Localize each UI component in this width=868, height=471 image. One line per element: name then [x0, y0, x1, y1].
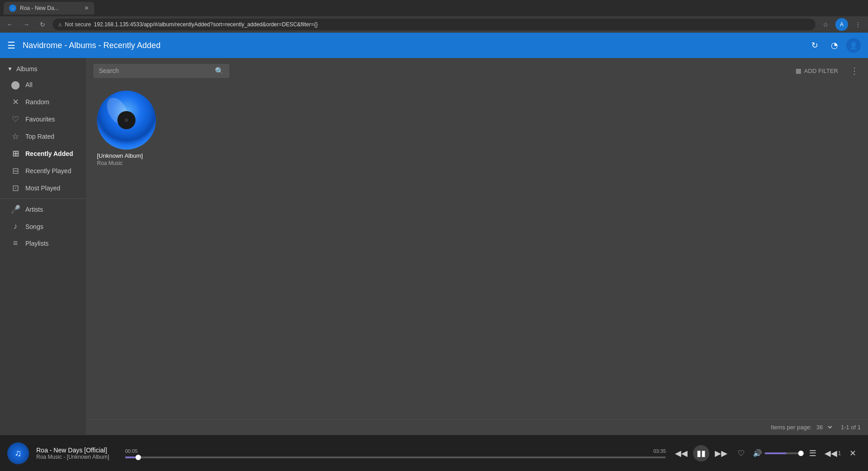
volume-fill: [765, 452, 786, 454]
filter-icon: ▦: [795, 67, 801, 74]
album-card[interactable]: [Unknown Album] Roa Music: [97, 91, 160, 166]
add-filter-button[interactable]: ▦ ADD FILTER: [791, 64, 843, 77]
app: ☰ Navidrome - Albums - Recently Added ↻ …: [0, 33, 868, 471]
pagination: Items per page: 36 50 100 1-1 of 1: [86, 419, 868, 435]
browser-tab[interactable]: ♪ Roa - New Da... ✕: [4, 2, 94, 15]
player-song-title: Roa - New Days [Official]: [36, 447, 118, 454]
sidebar-item-favourites[interactable]: ♡ Favourites: [0, 111, 86, 128]
queue-button[interactable]: ☰: [805, 445, 821, 461]
pause-button[interactable]: ▮▮: [693, 445, 709, 461]
nav-refresh-button[interactable]: ↻: [36, 18, 49, 31]
album-artist: Roa Music: [97, 160, 156, 166]
next-button[interactable]: ▶▶: [713, 445, 729, 461]
address-text: 192.168.1.135:4533/app/#/album/recentlyA…: [94, 21, 318, 28]
sidebar-item-random[interactable]: ✕ Random: [0, 93, 86, 111]
sidebar-item-most-played[interactable]: ⊡ Most Played: [0, 180, 86, 197]
sidebar-item-top-rated[interactable]: ☆ Top Rated: [0, 128, 86, 145]
sidebar-item-label: Artists: [25, 206, 43, 213]
favourite-button[interactable]: ♡: [733, 445, 749, 461]
heart-icon: ♡: [11, 114, 20, 124]
app-header: ☰ Navidrome - Albums - Recently Added ↻ …: [0, 33, 868, 58]
playlist-icon: ◀◀: [824, 448, 837, 458]
player-thumb-icon: ♫: [15, 448, 22, 458]
sidebar-section-label: Albums: [16, 65, 38, 73]
bookmark-button[interactable]: ☆: [819, 18, 832, 31]
sidebar: ▼ Albums ⬤ All ✕ Random ♡ Favourites ☆ T…: [0, 58, 86, 435]
user-avatar[interactable]: 👤: [846, 38, 861, 53]
microphone-icon: 🎤: [11, 204, 20, 214]
sidebar-item-songs[interactable]: ♪ Songs: [0, 218, 86, 235]
vinyl-center: [117, 111, 136, 129]
main-toolbar: 🔍 ▦ ADD FILTER ⋮: [86, 58, 868, 83]
progress-fill: [125, 456, 138, 458]
address-bar[interactable]: ⚠ Not secure 192.168.1.135:4533/app/#/al…: [53, 19, 815, 30]
sidebar-divider: [0, 199, 86, 199]
chevron-down-icon: ▼: [7, 66, 13, 72]
profile-button[interactable]: A: [835, 18, 848, 31]
sidebar-item-label: All: [25, 81, 33, 88]
previous-button[interactable]: ◀◀: [673, 445, 689, 461]
nav-forward-button[interactable]: →: [20, 18, 33, 31]
security-label: Not secure: [65, 21, 91, 28]
random-icon: ✕: [11, 97, 20, 107]
playlist-button[interactable]: ◀◀ 1: [824, 445, 841, 461]
refresh-button[interactable]: ↻: [806, 37, 823, 53]
recently-added-icon: ⊞: [11, 149, 20, 159]
sidebar-item-all[interactable]: ⬤ All: [0, 76, 86, 93]
sidebar-item-label: Playlists: [25, 240, 48, 247]
hamburger-menu-icon[interactable]: ☰: [7, 40, 15, 51]
album-cover: [97, 91, 156, 150]
close-button[interactable]: ✕: [844, 445, 861, 461]
avatar-icon: 👤: [849, 41, 858, 50]
album-vinyl: [97, 91, 156, 150]
playlist-icon: ≡: [11, 238, 20, 248]
progress-bar[interactable]: [125, 456, 666, 458]
browser-nav: ← → ↻ ⚠ Not secure 192.168.1.135:4533/ap…: [0, 16, 868, 33]
player-info: Roa - New Days [Official] Roa Music - [U…: [36, 447, 118, 460]
player-controls: ◀◀ ▮▮ ▶▶ ♡ 🔊 ☰ ◀◀ 1 ✕: [673, 445, 861, 461]
sidebar-item-label: Songs: [25, 223, 44, 230]
star-icon: ☆: [11, 131, 20, 141]
vinyl-hole: [125, 118, 128, 122]
sidebar-item-recently-added[interactable]: ⊞ Recently Added: [0, 145, 86, 162]
album-title: [Unknown Album]: [97, 152, 156, 159]
more-options-button[interactable]: ⋮: [848, 63, 861, 78]
all-icon: ⬤: [11, 80, 20, 90]
sidebar-item-label: Random: [25, 98, 49, 106]
player-song-subtitle: Roa Music - [Unknown Album]: [36, 454, 118, 460]
content-area: ▼ Albums ⬤ All ✕ Random ♡ Favourites ☆ T…: [0, 58, 868, 435]
player-progress: 00:05 03:35: [125, 448, 666, 458]
header-actions: ↻ ◔ 👤: [806, 37, 861, 53]
menu-button[interactable]: ⋮: [852, 18, 864, 31]
volume-thumb: [798, 451, 804, 456]
add-filter-label: ADD FILTER: [804, 68, 838, 74]
player-album-thumbnail: ♫: [7, 442, 29, 464]
sidebar-item-recently-played[interactable]: ⊟ Recently Played: [0, 162, 86, 180]
pagination-range: 1-1 of 1: [841, 424, 861, 431]
connect-button[interactable]: ◔: [826, 37, 843, 53]
sidebar-item-playlists[interactable]: ≡ Playlists: [0, 235, 86, 252]
music-note-icon: ♪: [11, 222, 20, 231]
tab-close-button[interactable]: ✕: [84, 5, 89, 11]
sidebar-item-label: Recently Played: [25, 167, 71, 175]
search-input[interactable]: [99, 67, 211, 74]
tab-label: Roa - New Da...: [20, 5, 58, 11]
time-current: 00:05: [125, 448, 138, 454]
volume-icon[interactable]: 🔊: [753, 449, 762, 457]
progress-times: 00:05 03:35: [125, 448, 666, 454]
tab-favicon: ♪: [9, 5, 16, 12]
main-panel: 🔍 ▦ ADD FILTER ⋮: [86, 58, 868, 435]
sidebar-albums-section[interactable]: ▼ Albums: [0, 62, 86, 76]
queue-count: 1: [838, 450, 841, 456]
time-total: 03:35: [653, 448, 666, 454]
recently-played-icon: ⊟: [11, 166, 20, 176]
progress-thumb: [136, 455, 141, 460]
search-icon: 🔍: [215, 67, 224, 75]
nav-back-button[interactable]: ←: [4, 18, 16, 31]
sidebar-item-artists[interactable]: 🎤 Artists: [0, 201, 86, 218]
player-bar: ♫ Roa - New Days [Official] Roa Music - …: [0, 435, 868, 471]
per-page: Items per page: 36 50 100: [771, 423, 834, 431]
albums-grid: [Unknown Album] Roa Music: [86, 83, 868, 419]
volume-slider[interactable]: [765, 452, 801, 454]
per-page-select[interactable]: 36 50 100: [815, 423, 834, 431]
